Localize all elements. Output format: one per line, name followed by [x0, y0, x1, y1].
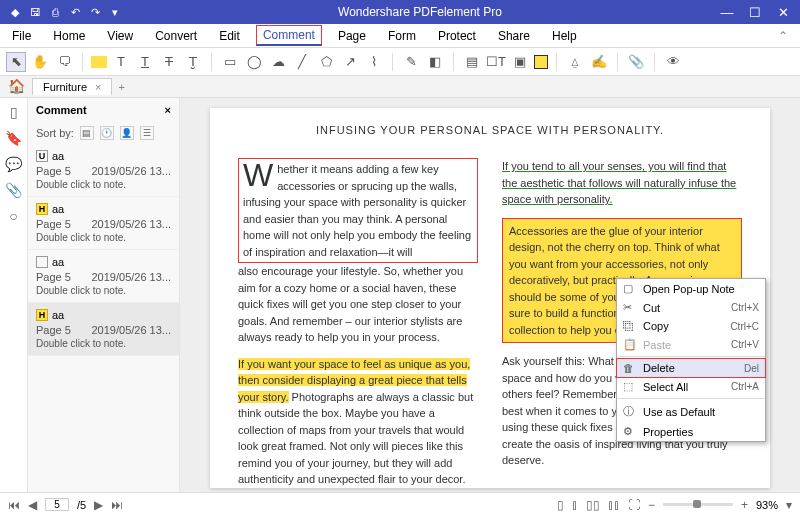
first-page-icon[interactable]: ⏮: [8, 498, 20, 512]
zoom-dropdown-icon[interactable]: ▾: [786, 498, 792, 512]
next-page-icon[interactable]: ▶: [94, 498, 103, 512]
menu-bar: File Home View Convert Edit Comment Page…: [0, 24, 800, 48]
bookmarks-icon[interactable]: 🔖: [5, 130, 22, 146]
close-tab-icon[interactable]: ×: [95, 81, 101, 93]
paragraph-2-rest: Photographs are always a classic but thi…: [238, 391, 473, 486]
comment-date: 2019/05/26 13...: [91, 324, 171, 336]
close-button[interactable]: ✕: [774, 5, 792, 20]
context-menu-item[interactable]: ⬚Select AllCtrl+A: [617, 377, 765, 396]
menu-home[interactable]: Home: [47, 27, 91, 45]
minimize-button[interactable]: —: [718, 5, 736, 20]
eraser-tool-icon[interactable]: ◧: [425, 52, 445, 72]
zoom-slider[interactable]: [663, 503, 733, 506]
context-menu-item: 📋PasteCtrl+V: [617, 335, 765, 354]
text-tool-icon[interactable]: T: [111, 52, 131, 72]
document-tab-bar: 🏠 Furniture × +: [0, 76, 800, 98]
view-continuous-facing-icon[interactable]: ⫿⫿: [608, 498, 620, 512]
context-menu-item[interactable]: ⿻CopyCtrl+C: [617, 317, 765, 335]
home-icon[interactable]: 🏠: [8, 78, 25, 94]
view-facing-icon[interactable]: ▯▯: [586, 498, 600, 512]
comment-author: aa: [52, 150, 64, 162]
redo-icon[interactable]: ↷: [88, 5, 102, 19]
menu-protect[interactable]: Protect: [432, 27, 482, 45]
menu-share[interactable]: Share: [492, 27, 536, 45]
highlight-tool-icon[interactable]: [91, 56, 107, 68]
zoom-in-icon[interactable]: +: [741, 498, 748, 512]
underline-tool-icon[interactable]: T: [135, 52, 155, 72]
menu-convert[interactable]: Convert: [149, 27, 203, 45]
pencil-tool-icon[interactable]: ✎: [401, 52, 421, 72]
menu-page[interactable]: Page: [332, 27, 372, 45]
sidebar-close-icon[interactable]: ×: [165, 104, 171, 116]
context-menu-item[interactable]: ⚙Properties: [617, 422, 765, 441]
page-total: /5: [77, 499, 86, 511]
cloud-tool-icon[interactable]: ☁: [268, 52, 288, 72]
context-menu-item[interactable]: ✂CutCtrl+X: [617, 298, 765, 317]
rectangle-tool-icon[interactable]: ▭: [220, 52, 240, 72]
note-tool-icon[interactable]: 🗨: [54, 52, 74, 72]
maximize-button[interactable]: ☐: [746, 5, 764, 20]
comments-panel-icon[interactable]: 💬: [5, 156, 22, 172]
polygon-tool-icon[interactable]: ⬠: [316, 52, 336, 72]
comment-item[interactable]: aaPage 52019/05/26 13...Double click to …: [28, 250, 179, 303]
zoom-value: 93%: [756, 499, 778, 511]
thumbnails-icon[interactable]: ▯: [10, 104, 18, 120]
context-menu-item[interactable]: ▢Open Pop-up Note: [617, 279, 765, 298]
menu-item-label: Properties: [643, 426, 693, 438]
qat-dropdown-icon[interactable]: ▾: [108, 5, 122, 19]
document-tab-label: Furniture: [43, 81, 87, 93]
area-highlight-icon[interactable]: [534, 55, 548, 69]
attachment-tool-icon[interactable]: 📎: [626, 52, 646, 72]
quick-access-toolbar: ◆ 🖫 ⎙ ↶ ↷ ▾: [8, 5, 122, 19]
hand-tool-icon[interactable]: ✋: [30, 52, 50, 72]
line-tool-icon[interactable]: ╱: [292, 52, 312, 72]
save-icon[interactable]: 🖫: [28, 5, 42, 19]
menu-help[interactable]: Help: [546, 27, 583, 45]
typewriter-tool-icon[interactable]: ▤: [462, 52, 482, 72]
menu-form[interactable]: Form: [382, 27, 422, 45]
context-menu-item[interactable]: 🗑DeleteDel: [616, 358, 766, 378]
menu-view[interactable]: View: [101, 27, 139, 45]
prev-page-icon[interactable]: ◀: [28, 498, 37, 512]
comment-note: Double click to note.: [36, 232, 171, 243]
ribbon-collapse-icon[interactable]: ⌃: [772, 27, 794, 45]
fullscreen-icon[interactable]: ⛶: [628, 498, 640, 512]
new-tab-icon[interactable]: +: [118, 81, 124, 93]
arrow-tool-icon[interactable]: ↗: [340, 52, 360, 72]
caret-tool-icon[interactable]: T̮: [183, 52, 203, 72]
page-input[interactable]: [45, 498, 69, 511]
title-bar: ◆ 🖫 ⎙ ↶ ↷ ▾ Wondershare PDFelement Pro —…: [0, 0, 800, 24]
menu-file[interactable]: File: [6, 27, 37, 45]
strikethrough-tool-icon[interactable]: T: [159, 52, 179, 72]
document-tab[interactable]: Furniture ×: [32, 78, 112, 95]
comment-item[interactable]: UaaPage 52019/05/26 13...Double click to…: [28, 144, 179, 197]
context-menu-item[interactable]: ⓘUse as Default: [617, 401, 765, 422]
sort-author-icon[interactable]: 👤: [120, 126, 134, 140]
sort-page-icon[interactable]: ▤: [80, 126, 94, 140]
sort-type-icon[interactable]: ☰: [140, 126, 154, 140]
menu-comment[interactable]: Comment: [256, 25, 322, 46]
last-page-icon[interactable]: ⏭: [111, 498, 123, 512]
hide-annotations-icon[interactable]: 👁: [663, 52, 683, 72]
menu-edit[interactable]: Edit: [213, 27, 246, 45]
attachments-panel-icon[interactable]: 📎: [5, 182, 22, 198]
oval-tool-icon[interactable]: ◯: [244, 52, 264, 72]
print-icon[interactable]: ⎙: [48, 5, 62, 19]
view-single-icon[interactable]: ▯: [557, 498, 564, 512]
stamp-tool-icon[interactable]: ⍙: [565, 52, 585, 72]
textbox-tool-icon[interactable]: ☐T: [486, 52, 506, 72]
comment-note: Double click to note.: [36, 179, 171, 190]
comment-item[interactable]: HaaPage 52019/05/26 13...Double click to…: [28, 197, 179, 250]
signature-tool-icon[interactable]: ✍: [589, 52, 609, 72]
undo-icon[interactable]: ↶: [68, 5, 82, 19]
comment-item[interactable]: HaaPage 52019/05/26 13...Double click to…: [28, 303, 179, 356]
sort-time-icon[interactable]: 🕐: [100, 126, 114, 140]
connected-lines-icon[interactable]: ⌇: [364, 52, 384, 72]
comment-page: Page 5: [36, 324, 71, 336]
callout-tool-icon[interactable]: ▣: [510, 52, 530, 72]
menu-item-icon: 🗑: [623, 362, 637, 374]
select-tool-icon[interactable]: ⬉: [6, 52, 26, 72]
zoom-out-icon[interactable]: −: [648, 498, 655, 512]
view-continuous-icon[interactable]: ⫿: [572, 498, 578, 512]
search-panel-icon[interactable]: ○: [9, 208, 17, 224]
